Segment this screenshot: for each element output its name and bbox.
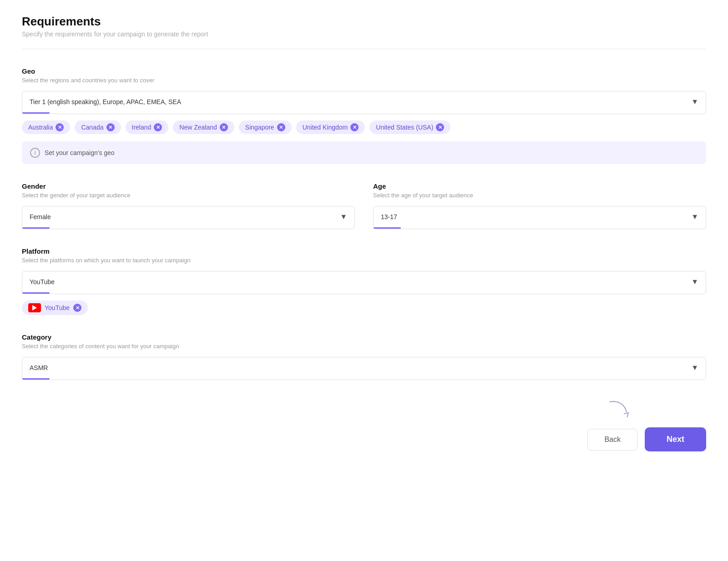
platform-label: Platform (22, 247, 706, 255)
gender-age-row: Gender Select the gender of your target … (22, 182, 706, 247)
age-dropdown[interactable]: 13-17 ▼ (373, 206, 706, 229)
tag-canada[interactable]: Canada ✕ (75, 120, 121, 134)
youtube-play-icon (32, 305, 37, 311)
youtube-tag-label: YouTube (45, 304, 70, 311)
platform-section: Platform Select the platforms on which y… (22, 247, 706, 315)
category-value: ASMR (30, 364, 48, 371)
category-chevron-icon: ▼ (691, 364, 698, 372)
category-dropdown[interactable]: ASMR ▼ (22, 357, 706, 380)
tag-australia[interactable]: Australia ✕ (22, 120, 70, 134)
tag-australia-label: Australia (28, 124, 53, 131)
gender-dropdown[interactable]: Female ▼ (22, 206, 355, 229)
tag-new-zealand-label: New Zealand (179, 124, 217, 131)
platform-underline (22, 292, 50, 294)
geo-label: Geo (22, 67, 706, 75)
tag-singapore-close[interactable]: ✕ (277, 123, 285, 131)
gender-dropdown-display[interactable]: Female ▼ (22, 206, 354, 227)
age-section: Age Select the age of your target audien… (373, 182, 706, 229)
age-label: Age (373, 182, 706, 190)
geo-sublabel: Select the regions and countries you wan… (22, 77, 706, 84)
youtube-icon (28, 303, 41, 312)
age-dropdown-display[interactable]: 13-17 ▼ (374, 206, 706, 227)
age-underline (374, 227, 401, 229)
gender-section: Gender Select the gender of your target … (22, 182, 355, 229)
tag-ireland[interactable]: Ireland ✕ (126, 120, 169, 134)
gender-sublabel: Select the gender of your target audienc… (22, 192, 355, 199)
page-title: Requirements (22, 15, 706, 29)
tag-new-zealand-close[interactable]: ✕ (220, 123, 228, 131)
tag-ireland-label: Ireland (132, 124, 152, 131)
page-subtitle: Specify the requirements for your campai… (22, 30, 706, 38)
category-underline (22, 378, 50, 380)
tag-united-states[interactable]: United States (USA) ✕ (369, 120, 450, 134)
geo-info-banner: i Set your campaign's geo (22, 141, 706, 164)
platform-sublabel: Select the platforms on which you want t… (22, 257, 706, 264)
tag-canada-close[interactable]: ✕ (106, 123, 115, 131)
geo-dropdown-value: Tier 1 (english speaking), Europe, APAC,… (30, 98, 181, 105)
tag-ireland-close[interactable]: ✕ (154, 123, 162, 131)
platform-dropdown-display[interactable]: YouTube ▼ (22, 271, 706, 292)
tag-singapore-label: Singapore (245, 124, 274, 131)
tag-united-kingdom[interactable]: United Kingdom ✕ (296, 120, 365, 134)
gender-value: Female (30, 213, 51, 220)
header-divider (22, 49, 706, 49)
youtube-tag[interactable]: YouTube ✕ (22, 301, 88, 315)
category-sublabel: Select the categories of content you wan… (22, 343, 706, 350)
geo-tags-row: Australia ✕ Canada ✕ Ireland ✕ New Zeala… (22, 120, 706, 134)
gender-chevron-icon: ▼ (340, 213, 347, 221)
geo-info-text: Set your campaign's geo (45, 149, 115, 156)
geo-dropdown[interactable]: Tier 1 (english speaking), Europe, APAC,… (22, 91, 706, 114)
category-label: Category (22, 333, 706, 341)
next-button[interactable]: Next (645, 427, 706, 451)
tag-australia-close[interactable]: ✕ (56, 123, 64, 131)
tag-united-states-close[interactable]: ✕ (436, 123, 444, 131)
youtube-tag-close[interactable]: ✕ (73, 304, 81, 312)
chevron-down-icon: ▼ (691, 98, 698, 106)
gender-underline (22, 227, 50, 229)
info-icon: i (30, 148, 40, 158)
age-value: 13-17 (381, 213, 397, 220)
bottom-bar: Back Next (22, 416, 706, 451)
tag-united-states-label: United States (USA) (376, 124, 433, 131)
geo-underline (22, 112, 50, 114)
age-sublabel: Select the age of your target audience (373, 192, 706, 199)
platform-value: YouTube (30, 278, 55, 286)
gender-label: Gender (22, 182, 355, 190)
tag-new-zealand[interactable]: New Zealand ✕ (173, 120, 234, 134)
geo-section: Geo Select the regions and countries you… (22, 67, 706, 164)
platform-dropdown[interactable]: YouTube ▼ (22, 271, 706, 294)
arrow-decoration (606, 395, 633, 424)
tag-canada-label: Canada (81, 124, 103, 131)
tag-united-kingdom-label: United Kingdom (303, 124, 348, 131)
age-chevron-icon: ▼ (691, 213, 698, 221)
tag-singapore[interactable]: Singapore ✕ (239, 120, 292, 134)
back-button[interactable]: Back (587, 429, 637, 451)
category-section: Category Select the categories of conten… (22, 333, 706, 380)
tag-united-kingdom-close[interactable]: ✕ (350, 123, 359, 131)
platform-chevron-icon: ▼ (691, 278, 698, 286)
geo-dropdown-display[interactable]: Tier 1 (english speaking), Europe, APAC,… (22, 91, 706, 112)
category-dropdown-display[interactable]: ASMR ▼ (22, 357, 706, 378)
